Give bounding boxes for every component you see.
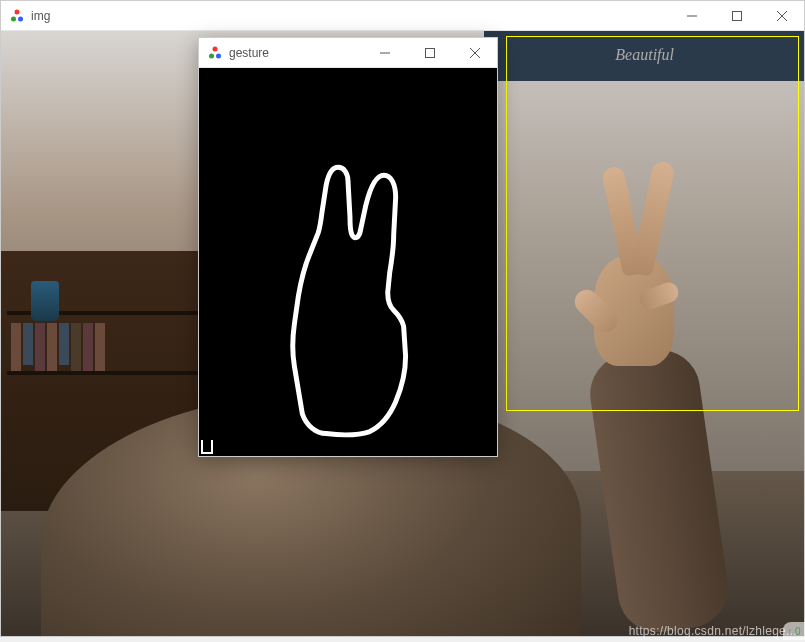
svg-rect-11 bbox=[425, 48, 434, 57]
opencv-icon bbox=[9, 8, 25, 24]
minimize-button[interactable] bbox=[669, 1, 714, 30]
close-icon bbox=[777, 11, 787, 21]
svg-point-1 bbox=[11, 16, 16, 21]
minimize-button[interactable] bbox=[362, 38, 407, 67]
opencv-icon bbox=[207, 45, 223, 61]
corner-badge: ↑ 0 bbox=[783, 622, 805, 640]
svg-point-9 bbox=[216, 53, 221, 58]
close-button[interactable] bbox=[759, 1, 804, 30]
gesture-window: gesture bbox=[198, 37, 498, 457]
hand-contour-outline bbox=[199, 68, 497, 455]
svg-point-0 bbox=[15, 9, 20, 14]
main-titlebar[interactable]: img bbox=[1, 1, 804, 31]
blue-jar bbox=[31, 281, 59, 321]
window-controls bbox=[669, 1, 804, 30]
minimize-icon bbox=[687, 11, 697, 21]
minimize-icon bbox=[380, 48, 390, 58]
main-window-title: img bbox=[31, 9, 50, 23]
maximize-icon bbox=[732, 11, 742, 21]
maximize-icon bbox=[425, 48, 435, 58]
svg-point-7 bbox=[213, 46, 218, 51]
watermark-text: https://blog.csdn.net/lzhlege... bbox=[629, 624, 797, 638]
maximize-button[interactable] bbox=[407, 38, 452, 67]
gesture-binary-image bbox=[199, 68, 497, 456]
close-button[interactable] bbox=[452, 38, 497, 67]
svg-point-8 bbox=[209, 53, 214, 58]
gesture-titlebar[interactable]: gesture bbox=[199, 38, 497, 68]
window-controls bbox=[362, 38, 497, 67]
maximize-button[interactable] bbox=[714, 1, 759, 30]
svg-rect-4 bbox=[732, 11, 741, 20]
svg-point-2 bbox=[18, 16, 23, 21]
hand-gesture bbox=[574, 166, 694, 366]
close-icon bbox=[470, 48, 480, 58]
curtain-label: Beautiful bbox=[615, 46, 674, 64]
contour-marker bbox=[201, 440, 213, 454]
gesture-window-title: gesture bbox=[229, 46, 269, 60]
